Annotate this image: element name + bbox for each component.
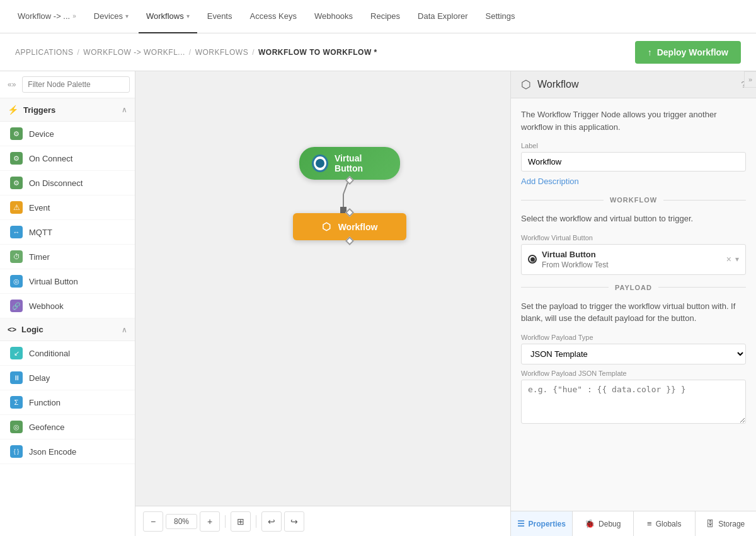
nav-item-workflows[interactable]: Workflows ▾ [139, 0, 197, 33]
virtual-button-node[interactable]: Virtual Button [299, 147, 400, 180]
payload-json-textarea[interactable] [521, 380, 746, 424]
storage-icon: 🗄 [706, 519, 714, 528]
nav-item-data-explorer[interactable]: Data Explorer [410, 0, 475, 33]
vb-chevron-icon[interactable]: ▾ [735, 255, 739, 264]
footer-tab-globals[interactable]: ≡ Globals [634, 511, 696, 536]
workflow-node[interactable]: ⬡ Workflow [293, 213, 406, 240]
sidebar-item-geofence[interactable]: ◎ Geofence [0, 415, 135, 440]
logic-collapse-icon[interactable]: ∧ [122, 325, 127, 334]
toolbar-divider-1 [225, 515, 226, 528]
breadcrumb-bar: APPLICATIONS / WORKFLOW -> WORKFL... / W… [0, 33, 756, 71]
device-icon: ⚙ [10, 127, 23, 140]
nav-item-recipes[interactable]: Recipes [363, 0, 408, 33]
workflow-section-title: WORKFLOW [610, 196, 657, 204]
sidebar-item-delay[interactable]: ⏸ Delay [0, 366, 135, 390]
label-field-input[interactable] [521, 152, 746, 172]
conditional-icon: ↙ [10, 347, 23, 359]
nav-item-webhooks[interactable]: Webhooks [307, 0, 360, 33]
zoom-in-icon: + [207, 516, 212, 527]
undo-button[interactable]: ↩ [261, 511, 282, 532]
payload-type-select[interactable]: JSON Template [521, 344, 746, 364]
nav-item-workflow[interactable]: Workflow -> ... » [10, 0, 84, 33]
workflow-node-top-connector [345, 208, 354, 217]
right-panel-expand-btn[interactable]: » [744, 71, 756, 88]
label-field-label: Label [521, 142, 746, 149]
virtual-button-node-icon [312, 154, 328, 172]
sidebar-collapse-icon[interactable]: «» [5, 78, 18, 91]
canvas-area: Virtual Button ⬡ Workflow − 80% + ⊞ [135, 71, 510, 536]
zoom-out-icon: − [151, 516, 156, 527]
breadcrumb-workflow[interactable]: WORKFLOW -> WORKFL... [83, 48, 185, 57]
sidebar-filter-bar: «» [0, 71, 135, 98]
virtual-button-select[interactable]: Virtual Button From Workflow Test × ▾ [521, 244, 746, 275]
canvas-toolbar: − 80% + ⊞ ↩ ↪ [135, 506, 510, 536]
logic-title: <> Logic [8, 325, 43, 334]
sidebar-item-webhook[interactable]: 🔗 Webhook [0, 294, 135, 318]
deploy-workflow-button[interactable]: ↑ Deploy Workflow [635, 41, 741, 64]
nav-item-settings[interactable]: Settings [478, 0, 523, 33]
breadcrumb-current: WORKFLOW TO WORKFLOW * [258, 48, 377, 57]
panel-description: The Workflow Trigger Node allows you tri… [521, 108, 746, 133]
globals-icon: ≡ [647, 519, 652, 528]
virtual-button-connector [345, 176, 354, 185]
zoom-level-display: 80% [166, 514, 197, 529]
payload-section-divider: PAYLOAD [521, 284, 746, 291]
filter-node-input[interactable] [22, 76, 130, 93]
on-disconnect-icon: ⚙ [10, 177, 23, 189]
toolbar-divider-2 [256, 515, 256, 528]
sidebar-item-timer[interactable]: ⏱ Timer [0, 245, 135, 269]
zoom-out-button[interactable]: − [143, 511, 163, 532]
vb-clear-icon[interactable]: × [726, 254, 731, 264]
properties-icon: ☰ [517, 519, 525, 528]
logic-icon: <> [8, 325, 16, 334]
payload-type-label: Workflow Payload Type [521, 334, 746, 341]
json-encode-icon: { } [10, 445, 23, 458]
right-panel-title: ⬡ Workflow [521, 78, 579, 91]
triggers-section-header: ⚡ Triggers ∧ [0, 98, 135, 122]
zoom-in-button[interactable]: + [200, 511, 220, 532]
breadcrumb-workflows[interactable]: WORKFLOWS [195, 48, 249, 57]
triggers-title: ⚡ Triggers [8, 105, 55, 115]
mqtt-icon: ↔ [10, 226, 23, 238]
nav-item-devices[interactable]: Devices ▾ [86, 0, 136, 33]
payload-json-label: Workflow Payload JSON Template [521, 370, 746, 377]
sidebar-item-on-connect[interactable]: ⚙ On Connect [0, 146, 135, 171]
nav-item-access-keys[interactable]: Access Keys [242, 0, 304, 33]
workflow-node-icon: ⬡ [322, 221, 331, 233]
sidebar-item-mqtt[interactable]: ↔ MQTT [0, 220, 135, 245]
workflow-node-bottom-connector [345, 236, 354, 245]
sidebar-item-event[interactable]: ⚠ Event [0, 195, 135, 220]
logic-section-header: <> Logic ∧ [0, 318, 135, 341]
nav-item-events[interactable]: Events [200, 0, 240, 33]
footer-tab-properties[interactable]: ☰ Properties [511, 511, 573, 536]
payload-section-title: PAYLOAD [615, 284, 652, 291]
redo-icon: ↪ [290, 516, 298, 527]
payload-section-desc: Set the payload to trigger the workflow … [521, 300, 746, 325]
right-panel-footer: ☰ Properties 🐞 Debug ≡ Globals 🗄 Storage [511, 511, 756, 536]
triggers-icon: ⚡ [8, 105, 18, 115]
redo-button[interactable]: ↪ [284, 511, 304, 532]
devices-nav-chevron: ▾ [125, 13, 129, 20]
sidebar-item-device[interactable]: ⚙ Device [0, 122, 135, 146]
grid-button[interactable]: ⊞ [231, 511, 251, 532]
workflow-section-divider: WORKFLOW [521, 196, 746, 204]
delay-icon: ⏸ [10, 371, 23, 384]
virtual-button-field-label: Workflow Virtual Button [521, 234, 746, 242]
footer-tab-storage[interactable]: 🗄 Storage [696, 511, 757, 536]
sidebar-item-conditional[interactable]: ↙ Conditional [0, 341, 135, 366]
event-icon: ⚠ [10, 201, 23, 214]
vb-label: Virtual Button [542, 250, 609, 259]
workflow-panel-icon: ⬡ [521, 78, 531, 91]
sidebar-item-json-encode[interactable]: { } Json Encode [0, 440, 135, 464]
vb-sublabel: From Workflow Test [542, 260, 609, 269]
geofence-icon: ◎ [10, 421, 23, 433]
breadcrumb-applications[interactable]: APPLICATIONS [15, 48, 73, 57]
sidebar-item-on-disconnect[interactable]: ⚙ On Disconnect [0, 171, 135, 195]
footer-tab-debug[interactable]: 🐞 Debug [573, 511, 634, 536]
sidebar-item-function[interactable]: Σ Function [0, 390, 135, 415]
sidebar-item-virtual-button[interactable]: ◎ Virtual Button [0, 269, 135, 294]
right-panel-body: The Workflow Trigger Node allows you tri… [511, 98, 756, 511]
workflow-nav-chevron: » [72, 13, 76, 20]
triggers-collapse-icon[interactable]: ∧ [122, 105, 127, 114]
add-description-link[interactable]: Add Description [521, 177, 746, 186]
